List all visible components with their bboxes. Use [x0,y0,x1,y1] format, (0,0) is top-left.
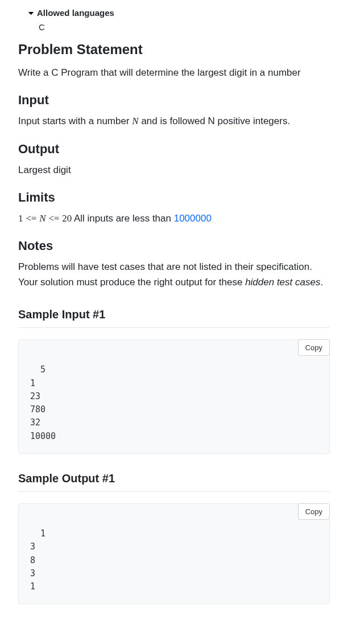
problem-statement-text: Write a C Program that will determine th… [18,65,330,80]
sample-input-1-block: Copy5 1 23 780 32 10000 [18,339,330,454]
copy-button[interactable]: Copy [298,339,330,356]
limits-op1: <= [26,213,36,224]
output-text: Largest digit [18,163,330,178]
limits-op2: <= [48,213,59,224]
copy-button[interactable]: Copy [298,503,330,520]
input-text-post: and is followed N positive integers. [139,116,290,126]
limits-num1: 1 [18,213,23,224]
input-text-pre: Input starts with a number [18,116,132,126]
divider [18,327,330,328]
allowed-languages-header[interactable]: Allowed languages [27,7,330,20]
sample-input-1-content: 5 1 23 780 32 10000 [30,364,56,441]
allowed-languages-label: Allowed languages [37,7,114,20]
limits-text: 1 <= N <= 20 All inputs are less than 10… [18,211,330,226]
limits-var: N [39,213,45,224]
divider [18,491,330,492]
chevron-down-icon [27,10,35,17]
limits-num2: 20 [62,213,72,224]
notes-post: . [320,277,323,288]
limits-heading: Limits [18,188,330,207]
input-variable-n: N [132,116,138,126]
problem-statement-heading: Problem Statement [18,39,330,60]
sample-output-1-heading: Sample Output #1 [18,470,330,487]
input-text: Input starts with a number N and is foll… [18,114,330,129]
sample-output-1-block: Copy1 3 8 3 1 [18,503,330,605]
notes-heading: Notes [18,236,330,255]
notes-text: Problems will have test cases that are n… [18,260,330,290]
sample-output-1-content: 1 3 8 3 1 [30,528,45,592]
sample-input-1-heading: Sample Input #1 [18,306,330,323]
limits-mid: All inputs are less than [72,213,174,224]
input-heading: Input [18,91,330,109]
allowed-languages-list: C [39,21,330,34]
notes-em: hidden test cases [245,277,320,288]
output-heading: Output [18,140,330,158]
limits-link[interactable]: 1000000 [174,213,212,224]
